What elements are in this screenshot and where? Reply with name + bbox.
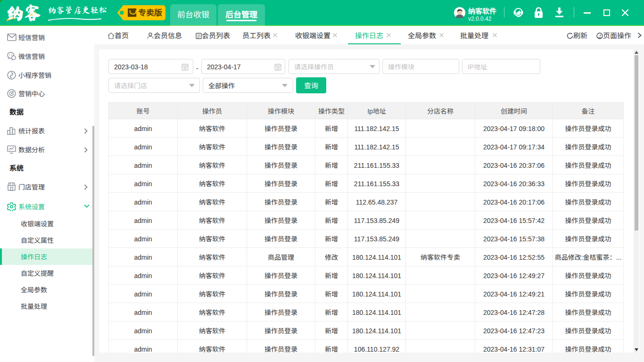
- svg-text:专卖版: 专卖版: [138, 6, 162, 18]
